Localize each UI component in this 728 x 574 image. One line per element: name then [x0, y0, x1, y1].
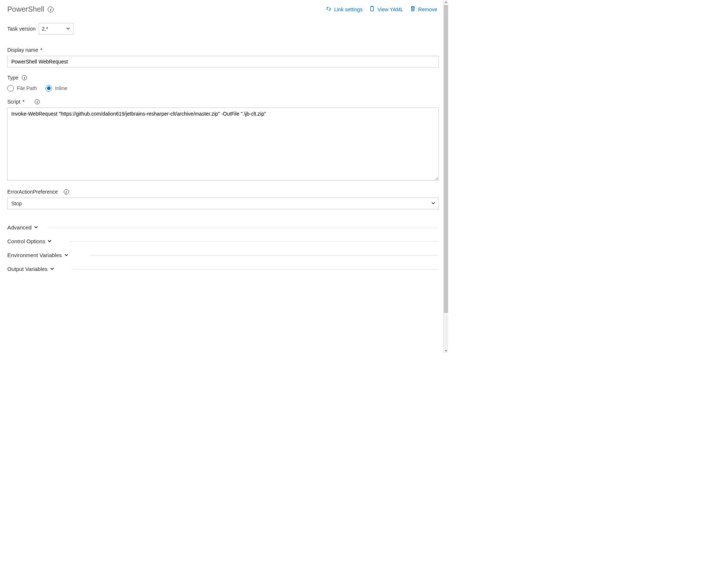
trash-icon [410, 6, 416, 13]
chevron-down-icon [66, 26, 70, 32]
type-radio-file-path-label: File Path [17, 85, 37, 91]
section-output-vars-label: Output Variables [7, 266, 48, 272]
info-icon[interactable]: i [22, 75, 27, 80]
scrollbar[interactable] [443, 0, 448, 353]
view-yaml-button[interactable]: View YAML [369, 6, 403, 13]
section-environment-variables[interactable]: Environment Variables [7, 248, 439, 262]
task-version-select[interactable]: 2.* [39, 23, 74, 35]
error-action-label: ErrorActionPreference [7, 189, 58, 195]
view-yaml-label: View YAML [377, 7, 403, 12]
link-settings-label: Link settings [334, 7, 363, 12]
chevron-down-icon [64, 252, 69, 258]
section-env-vars-label: Environment Variables [7, 252, 62, 258]
info-icon[interactable]: i [35, 99, 40, 104]
page-title: PowerShell [7, 5, 44, 13]
error-action-value: Stop [11, 201, 22, 206]
error-action-select[interactable]: Stop [7, 198, 439, 209]
display-name-label: Display name * [7, 47, 42, 53]
remove-button[interactable]: Remove [410, 6, 437, 13]
scroll-up-button[interactable] [443, 0, 449, 5]
chevron-down-icon [47, 238, 52, 244]
section-advanced-label: Advanced [7, 224, 32, 230]
display-name-input[interactable] [7, 56, 439, 67]
radio-icon [7, 85, 14, 92]
link-icon [326, 6, 332, 13]
script-label: Script * [7, 99, 24, 105]
section-control-options[interactable]: Control Options [7, 234, 439, 248]
chevron-down-icon [50, 266, 54, 272]
task-version-label: Task version [7, 26, 36, 32]
link-settings-button[interactable]: Link settings [326, 6, 363, 13]
chevron-down-icon [431, 201, 435, 206]
header-row: PowerShell i Link settings View Y [7, 5, 439, 13]
info-icon[interactable]: i [48, 7, 54, 12]
svg-rect-0 [371, 7, 373, 11]
scroll-down-button[interactable] [443, 348, 449, 353]
clipboard-icon [369, 6, 375, 13]
type-radio-inline[interactable]: Inline [46, 85, 67, 92]
script-textarea[interactable] [7, 108, 439, 181]
type-label: Type [7, 75, 18, 81]
chevron-down-icon [34, 224, 38, 230]
section-advanced[interactable]: Advanced [7, 220, 439, 234]
radio-icon [46, 85, 52, 92]
type-radio-file-path[interactable]: File Path [7, 85, 37, 92]
section-control-options-label: Control Options [7, 238, 45, 244]
info-icon[interactable]: i [64, 189, 69, 194]
scrollbar-thumb[interactable] [444, 5, 448, 313]
task-version-value: 2.* [42, 26, 48, 32]
type-radio-inline-label: Inline [55, 85, 67, 91]
section-output-variables[interactable]: Output Variables [7, 262, 439, 276]
remove-label: Remove [418, 7, 437, 12]
